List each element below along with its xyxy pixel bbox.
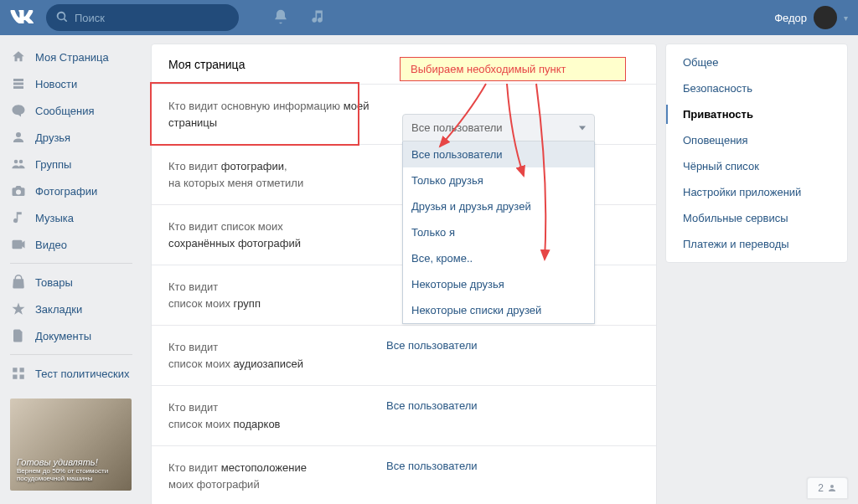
search-container <box>46 4 239 31</box>
setting-label: Кто видит фотографии, на которых меня от… <box>168 158 386 191</box>
nav-label: Сообщения <box>35 105 95 117</box>
search-icon <box>56 11 68 25</box>
setting-label: Кто видит местоположение моих фотографий <box>168 460 386 492</box>
nav-test[interactable]: Тест политических <box>5 360 137 387</box>
home-icon <box>10 49 27 65</box>
nav-my-page[interactable]: Моя Страница <box>5 44 137 70</box>
dropdown-option[interactable]: Только друзья <box>403 167 594 193</box>
svg-rect-2 <box>13 375 17 379</box>
nav-label: Видео <box>35 239 67 251</box>
privacy-dropdown: Все пользователи Все пользователи Только… <box>402 114 595 324</box>
nav-label: Группы <box>35 158 71 171</box>
nav-divider <box>10 354 132 355</box>
setting-label: Кто видит список моих групп <box>168 279 386 311</box>
setting-label: Кто видит список моих аудиозаписей <box>168 339 386 372</box>
setting-label: Кто видит основную информацию моей стран… <box>168 98 386 131</box>
user-menu[interactable]: Федор ▾ <box>774 6 848 29</box>
setting-value[interactable]: Все пользователи <box>386 339 478 372</box>
nav-label: Закладки <box>35 303 82 316</box>
svg-rect-3 <box>20 375 24 379</box>
nav-divider <box>10 263 132 264</box>
nav-label: Музыка <box>35 212 74 224</box>
doc-icon <box>10 327 27 344</box>
nav-label: Новости <box>35 78 77 90</box>
right-sidebar: Общее Безопасность Приватность Оповещени… <box>665 44 858 504</box>
setting-value[interactable]: Все пользователи <box>386 399 478 432</box>
nav-market[interactable]: Товары <box>5 269 137 296</box>
friends-icon <box>10 129 27 146</box>
nav-label: Моя Страница <box>35 51 109 64</box>
nav-news[interactable]: Новости <box>5 70 137 97</box>
video-icon <box>10 236 27 253</box>
dropdown-option[interactable]: Друзья и друзья друзей <box>403 193 594 219</box>
nav-video[interactable]: Видео <box>5 231 137 258</box>
vk-logo[interactable] <box>10 8 34 28</box>
nav-music[interactable]: Музыка <box>5 204 137 231</box>
nav-label: Фотографии <box>35 185 97 198</box>
chevron-down-icon: ▾ <box>844 13 848 23</box>
setting-label: Кто видит список моих сохранённых фотогр… <box>168 219 386 251</box>
music-icon[interactable] <box>309 8 326 28</box>
nav-groups[interactable]: Группы <box>5 151 137 177</box>
ad-subtitle: Вернем до 50% от стоимости посудомоечной… <box>17 467 108 482</box>
dropdown-option[interactable]: Все пользователи <box>403 141 594 167</box>
nav-docs[interactable]: Документы <box>5 322 137 349</box>
nav-photos[interactable]: Фотографии <box>5 177 137 204</box>
dropdown-menu: Все пользователи Только друзья Друзья и … <box>402 141 595 324</box>
dropdown-option[interactable]: Все, кроме.. <box>403 245 594 271</box>
right-nav-privacy[interactable]: Приватность <box>666 101 847 127</box>
header: Федор ▾ <box>0 0 858 35</box>
music-note-icon <box>10 209 27 226</box>
setting-value[interactable]: Все пользователи <box>386 460 478 492</box>
nav-label: Друзья <box>35 131 70 144</box>
friends-online-widget[interactable]: 2 <box>807 477 848 499</box>
search-input[interactable] <box>75 12 229 24</box>
settings-nav: Общее Безопасность Приватность Оповещени… <box>665 44 848 263</box>
dropdown-button[interactable]: Все пользователи <box>402 114 595 141</box>
camera-icon <box>10 183 27 199</box>
nav-label: Тест политических <box>35 368 130 380</box>
ad-title: Готовы удивлять! <box>17 457 108 467</box>
bag-icon <box>10 274 27 291</box>
right-nav-general[interactable]: Общее <box>666 49 847 75</box>
dropdown-option[interactable]: Некоторые друзья <box>403 271 594 297</box>
dropdown-option[interactable]: Некоторые списки друзей <box>403 297 594 323</box>
nav-label: Документы <box>35 330 91 342</box>
news-icon <box>10 75 27 92</box>
nav-friends[interactable]: Друзья <box>5 124 137 151</box>
right-nav-payments[interactable]: Платежи и переводы <box>666 231 847 257</box>
left-sidebar: Моя Страница Новости Сообщения Друзья Гр… <box>0 44 142 504</box>
user-name: Федор <box>774 12 807 24</box>
right-nav-notifications[interactable]: Оповещения <box>666 127 847 153</box>
setting-label: Кто видит список моих подарков <box>168 399 386 432</box>
right-nav-security[interactable]: Безопасность <box>666 75 847 101</box>
grid-icon <box>10 365 27 382</box>
person-icon <box>827 483 837 493</box>
groups-icon <box>10 156 27 172</box>
nav-messages[interactable]: Сообщения <box>5 97 137 124</box>
star-icon <box>10 301 27 317</box>
ad-block[interactable]: Готовы удивлять! Вернем до 50% от стоимо… <box>10 399 132 491</box>
dropdown-option[interactable]: Только я <box>403 219 594 245</box>
right-nav-apps[interactable]: Настройки приложений <box>666 179 847 205</box>
avatar <box>814 6 837 29</box>
right-nav-blacklist[interactable]: Чёрный список <box>666 153 847 179</box>
friends-count: 2 <box>818 482 824 494</box>
notifications-icon[interactable] <box>272 8 289 28</box>
nav-bookmarks[interactable]: Закладки <box>5 296 137 322</box>
svg-rect-0 <box>13 368 17 372</box>
svg-rect-1 <box>20 368 24 372</box>
right-nav-mobile[interactable]: Мобильные сервисы <box>666 205 847 231</box>
nav-label: Товары <box>35 276 73 289</box>
annotation-tooltip: Выбираем необходимый пункт <box>400 57 626 81</box>
messages-icon <box>10 102 27 119</box>
